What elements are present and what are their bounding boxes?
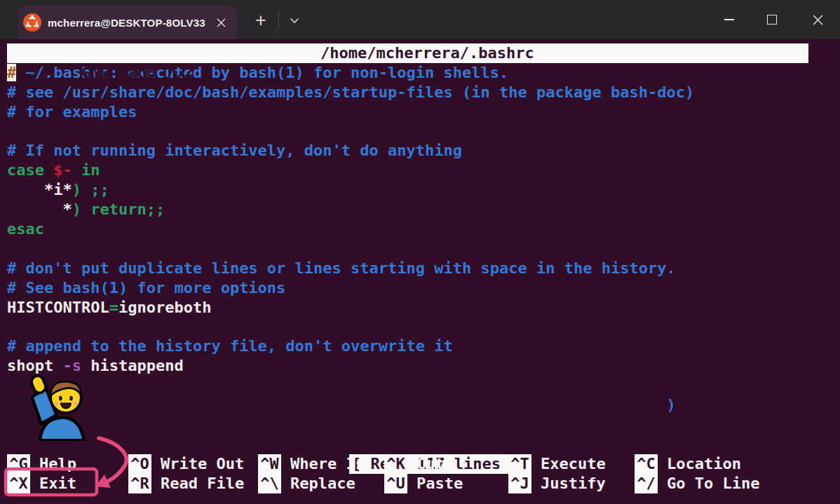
shortcut-location: ^CLocation (635, 454, 741, 474)
plus-icon: + (255, 10, 266, 32)
new-tab-button[interactable]: + (247, 7, 275, 34)
editor-line: shopt -s histappend (7, 356, 808, 376)
chevron-down-icon (290, 18, 299, 24)
shortcut-bar-row-2: ^XExit^RRead File^\Replace^UPaste^JJusti… (7, 474, 808, 493)
shortcut-key: ^J (508, 474, 531, 493)
editor-line (7, 415, 808, 435)
minimize-button[interactable] (709, 0, 750, 39)
nano-file-path: /home/mcherrera/.bashrc (320, 43, 534, 63)
code-segment: ) ;; (72, 181, 109, 198)
code-segment: HISTCONTROL (7, 299, 109, 316)
code-segment: -s (62, 357, 81, 374)
code-segment: # append to the history file, don't over… (7, 337, 453, 355)
shortcut-key: ^X (7, 474, 30, 493)
ubuntu-logo-icon (23, 13, 41, 32)
editor-line: # don't put duplicate lines or lines sta… (7, 259, 808, 278)
shortcut-key: ^R (128, 474, 151, 493)
editor-line: esac (7, 219, 808, 239)
shortcut-label: Replace (290, 474, 355, 493)
shortcut-label: Location (667, 454, 741, 474)
code-segment: = (109, 299, 118, 316)
code-segment: ) (666, 396, 675, 414)
editor-line: # append to the history file, don't over… (7, 336, 808, 356)
shortcut-label: Read File (161, 474, 244, 493)
code-segment: ignoreboth (118, 299, 211, 316)
window-titlebar: mcherrera@DESKTOP-8OLV33 + (0, 0, 840, 39)
editor-line: # see /usr/share/doc/bash/examples/start… (7, 83, 808, 102)
nano-header: GNU nano 7.2 /home/mcherrera/.bashrc (7, 43, 808, 63)
maximize-button[interactable] (752, 0, 792, 39)
shortcut-where-is: ^WWhere Is (258, 454, 365, 474)
nano-app-title: GNU nano 7.2 (62, 64, 193, 81)
status-row: [ Read 117 lines ] (7, 435, 808, 454)
terminal-tab[interactable]: mcherrera@DESKTOP-8OLV33 (18, 6, 237, 39)
shortcut-key: ^C (635, 454, 658, 474)
editor-line: *i*) ;; (7, 180, 808, 200)
code-segment: in (72, 161, 100, 179)
minimize-icon (724, 19, 734, 20)
editor-line: case $- in (7, 161, 808, 180)
shortcut-key: ^O (128, 454, 151, 474)
code-segment: # If not running interactively, don't do… (7, 142, 462, 159)
tabbar-separator (278, 12, 279, 29)
close-icon (813, 15, 823, 25)
code-segment: * (62, 200, 72, 218)
editor-line (7, 376, 808, 395)
shortcut-key: ^W (258, 454, 281, 474)
shortcut-help: ^GHelp (7, 454, 76, 474)
shortcut-key: ^T (508, 454, 531, 474)
editor-line: # See bash(1) for more options (7, 278, 808, 298)
shortcut-exit: ^XExit (7, 474, 76, 493)
shortcut-key: ^/ (635, 474, 658, 493)
shortcut-label: Where Is (290, 454, 365, 474)
editor-line: *) return;; (7, 200, 808, 219)
shortcut-label: Paste (416, 474, 463, 493)
code-segment: histappend (81, 357, 184, 374)
terminal[interactable]: GNU nano 7.2 /home/mcherrera/.bashrc # ~… (0, 39, 840, 504)
code-segment: case (7, 161, 53, 179)
shortcut-label: Execute (541, 454, 606, 474)
shortcut-key: ^\ (258, 474, 281, 493)
shortcut-key: ^U (384, 474, 407, 493)
shortcut-write-out: ^OWrite Out (128, 454, 244, 474)
tab-dropdown-button[interactable] (282, 7, 307, 34)
shortcut-label: Justify (541, 474, 606, 493)
maximize-icon (767, 15, 777, 25)
code-segment: esac (7, 220, 44, 238)
shortcut-label: Help (39, 454, 76, 474)
shortcut-execute: ^TExecute (508, 454, 606, 474)
shortcut-key: ^K (384, 454, 407, 474)
code-segment: # see /usr/share/doc/bash/examples/start… (7, 83, 694, 101)
editor-content: # ~/.bashrc: executed by bash(1) for non… (7, 63, 808, 435)
shortcut-label: Cut (416, 454, 445, 474)
editor-line (7, 122, 808, 142)
editor-line: # for examples (7, 102, 808, 122)
editor-line: HISTCONTROL=ignoreboth (7, 298, 808, 318)
code-segment (7, 200, 62, 218)
nano-screen: GNU nano 7.2 /home/mcherrera/.bashrc # ~… (7, 43, 808, 493)
shortcut-label: Write Out (161, 454, 244, 474)
editor-line: ) (7, 395, 808, 415)
code-segment: # don't put duplicate lines or lines sta… (7, 259, 676, 277)
shortcut-label: Exit (39, 474, 76, 493)
tab-title: mcherrera@DESKTOP-8OLV33 (48, 17, 205, 29)
shortcut-cut: ^KCut (384, 454, 445, 474)
code-segment: ) return;; (72, 200, 165, 218)
editor-line (7, 239, 808, 259)
tab-close-button[interactable] (212, 13, 230, 32)
code-segment: *i* (44, 181, 72, 198)
close-button[interactable] (797, 0, 838, 39)
code-segment: $- (53, 161, 72, 179)
code-segment (7, 181, 44, 198)
shortcut-read-file: ^RRead File (128, 474, 244, 493)
close-icon (217, 18, 226, 27)
shortcut-replace: ^\Replace (258, 474, 355, 493)
code-segment: shopt (7, 357, 62, 374)
code-segment (7, 396, 666, 414)
shortcut-justify: ^JJustify (508, 474, 606, 493)
shortcut-paste: ^UPaste (384, 474, 463, 493)
shortcut-label: Go To Line (667, 474, 759, 493)
man-raising-hand-emoji (25, 374, 92, 441)
editor-line (7, 317, 808, 336)
shortcut-bar-row-1: ^GHelp^OWrite Out^WWhere Is^KCut^TExecut… (7, 454, 808, 474)
